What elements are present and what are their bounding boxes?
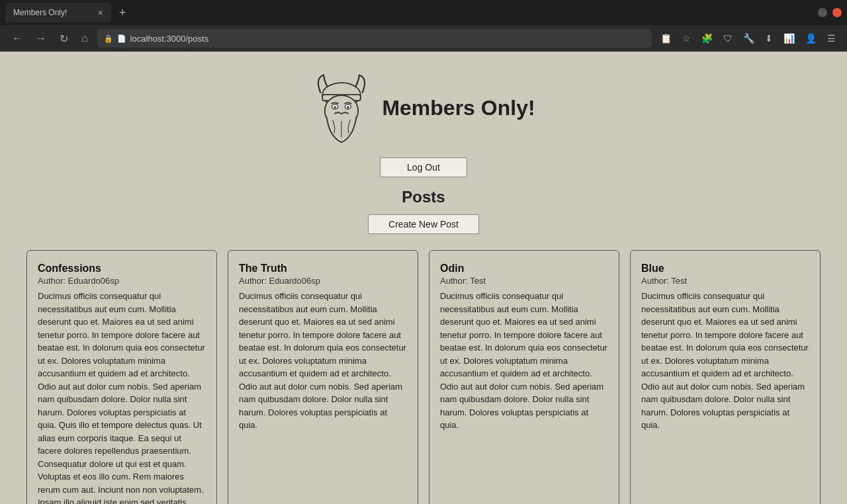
close-window-button[interactable]: [832, 8, 842, 17]
browser-chrome: Members Only! × + − ← → ↻ ⌂ 🔒 📄 localhos…: [0, 0, 847, 52]
forward-button[interactable]: →: [32, 30, 50, 47]
minimize-button[interactable]: −: [818, 8, 827, 17]
site-title: Members Only!: [382, 96, 535, 120]
address-bar[interactable]: 🔒 📄 localhost:3000/posts: [97, 29, 652, 48]
extensions-icon[interactable]: 🧩: [698, 30, 716, 46]
post-card: BlueAuthor: TestDucimus officiis consequ…: [630, 250, 821, 504]
post-body: Ducimus officiis consequatur qui necessi…: [38, 290, 206, 504]
page-icon: 📄: [117, 34, 126, 43]
post-card: ConfessionsAuthor: Eduardo06spDucimus of…: [26, 250, 217, 504]
lock-icon: 🔒: [104, 34, 113, 43]
download-icon[interactable]: ⬇: [762, 30, 776, 46]
site-logo: [312, 71, 371, 144]
back-button[interactable]: ←: [8, 30, 26, 47]
post-card: The TruthAuthor: Eduardo06spDucimus offi…: [228, 250, 418, 504]
logout-button[interactable]: Log Out: [380, 157, 467, 177]
tools-icon[interactable]: 🔧: [740, 30, 758, 46]
home-button[interactable]: ⌂: [77, 30, 92, 47]
post-author: Author: Eduardo06sp: [239, 276, 407, 286]
post-title: Odin: [440, 263, 608, 274]
nav-icons-right: 📋 ☆ 🧩 🛡 🔧 ⬇ 📊 👤 ☰: [657, 30, 839, 46]
site-header: Members Only!: [312, 71, 535, 144]
tab-title: Members Only!: [13, 8, 67, 17]
post-author: Author: Eduardo06sp: [38, 276, 206, 286]
url-display: localhost:3000/posts: [130, 34, 209, 44]
shield-icon[interactable]: 🛡: [720, 30, 736, 46]
reload-button[interactable]: ↻: [56, 30, 72, 48]
browser-titlebar: Members Only! × + −: [0, 0, 847, 25]
menu-icon[interactable]: ☰: [824, 30, 839, 46]
post-title: Blue: [641, 263, 809, 274]
chart-icon[interactable]: 📊: [780, 30, 798, 46]
star-icon[interactable]: ☆: [679, 30, 694, 46]
post-body: Ducimus officiis consequatur qui necessi…: [641, 290, 809, 504]
post-author: Author: Test: [641, 276, 809, 286]
tab-close-button[interactable]: ×: [98, 7, 103, 18]
post-body: Ducimus officiis consequatur qui necessi…: [239, 290, 407, 504]
bookmark-icon[interactable]: 📋: [657, 30, 675, 46]
svg-point-7: [347, 106, 350, 108]
page-content: Members Only! Log Out Posts Create New P…: [0, 52, 847, 504]
svg-point-6: [334, 106, 337, 108]
browser-navbar: ← → ↻ ⌂ 🔒 📄 localhost:3000/posts 📋 ☆ 🧩 🛡…: [0, 25, 847, 52]
profile-icon[interactable]: 👤: [802, 30, 820, 46]
window-controls: −: [818, 8, 842, 17]
create-post-button[interactable]: Create New Post: [368, 214, 479, 234]
post-card: OdinAuthor: TestDucimus officiis consequ…: [429, 250, 619, 504]
posts-heading: Posts: [402, 188, 445, 206]
post-title: Confessions: [38, 263, 206, 274]
post-body: Ducimus officiis consequatur qui necessi…: [440, 290, 608, 504]
posts-grid: ConfessionsAuthor: Eduardo06spDucimus of…: [26, 250, 821, 504]
new-tab-button[interactable]: +: [114, 3, 132, 22]
post-title: The Truth: [239, 263, 407, 274]
browser-tab[interactable]: Members Only! ×: [5, 3, 111, 22]
post-author: Author: Test: [440, 276, 608, 286]
